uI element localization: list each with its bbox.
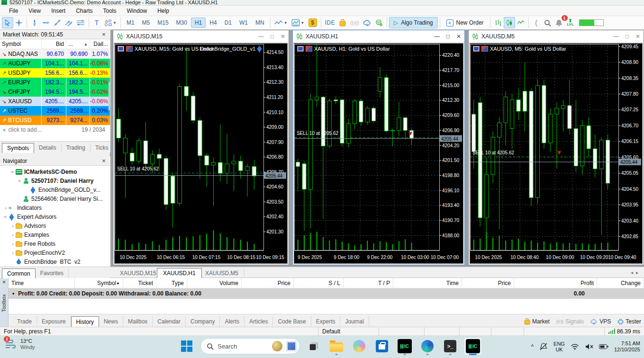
tab-symbols[interactable]: Symbols	[2, 143, 34, 153]
toolbox-tab-company[interactable]: Company	[186, 316, 220, 327]
chart-window-h1[interactable]: XAUUSD,H1 —□✕ XAUUSD, H1: Gold vs US Dol…	[292, 30, 465, 265]
oneclick-trading-icon[interactable]	[118, 46, 124, 52]
tab-trading[interactable]: Trading	[62, 143, 91, 152]
chart-type-line-button[interactable]: ▼	[272, 17, 290, 28]
maximize-button[interactable]: □	[446, 33, 450, 40]
cursor-tool-button[interactable]	[2, 17, 13, 28]
chevron-expanded-icon[interactable]: ›	[17, 178, 23, 184]
chevron-expanded-icon[interactable]: ›	[3, 214, 9, 220]
minimize-button[interactable]: —	[258, 33, 264, 40]
volume-muted-icon[interactable]	[585, 343, 593, 350]
toolbox-column-ticket[interactable]: Ticket	[123, 278, 156, 288]
market-store-button[interactable]	[337, 17, 348, 28]
channel-tool-button[interactable]	[63, 17, 74, 28]
toolbox-tab-experts[interactable]: Experts	[311, 316, 341, 327]
minimize-button[interactable]: —	[613, 33, 619, 40]
market-watch-row[interactable]: ↗USDJPY156.6...156.6...-0.13%	[0, 68, 110, 78]
timeframe-w1[interactable]: W1	[236, 18, 252, 28]
tree-item[interactable]: ›ProjectEnochV2	[1, 248, 110, 257]
line-chart-button[interactable]	[515, 17, 526, 28]
search-button[interactable]	[542, 17, 553, 28]
bars-chart-button[interactable]	[492, 17, 504, 28]
chevron-collapsed-icon[interactable]: ›	[3, 205, 9, 211]
oneclick-trading-icon[interactable]	[473, 46, 480, 52]
market-watch-row[interactable]: ↗BTCUSD9273...9274...0.03%	[0, 116, 110, 125]
start-button[interactable]	[178, 337, 196, 355]
weather-widget[interactable]: 2 13°CWindy	[5, 338, 35, 350]
chart-shift-icon[interactable]	[126, 46, 133, 52]
chevron-collapsed-icon[interactable]: ›	[10, 250, 16, 256]
chart-window-m5[interactable]: XAUUSD,M5 —□✕ XAUUSD, M5: Gold vs US Dol…	[468, 30, 644, 265]
timeframe-m30[interactable]: M30	[172, 18, 191, 28]
chevron-expanded-icon[interactable]: ›	[10, 169, 16, 175]
close-button[interactable]: ✕	[456, 33, 461, 40]
wifi-icon[interactable]	[571, 343, 579, 350]
menu-charts[interactable]: Charts	[71, 6, 98, 16]
toolbox-tab-mailbox[interactable]: Mailbox	[123, 316, 153, 327]
candles-chart-button[interactable]	[504, 17, 515, 28]
close-icon[interactable]: ×	[100, 157, 108, 164]
language-indicator[interactable]: ENGUK	[553, 341, 565, 352]
text-tool-button[interactable]: T	[91, 17, 102, 28]
search-promo-box-icon[interactable]	[286, 341, 297, 351]
tab-scroll-arrows[interactable]: ◂▸	[631, 270, 641, 275]
ide-button[interactable]: IDE	[323, 17, 337, 28]
vps-button[interactable]	[361, 17, 373, 28]
copilot-button[interactable]	[350, 337, 368, 355]
menu-file[interactable]: File	[4, 6, 23, 16]
tab-favorites[interactable]: Favorites	[36, 268, 69, 278]
timeframe-mn[interactable]: MN	[252, 18, 268, 28]
task-view-button[interactable]	[305, 337, 323, 355]
do-not-disturb-bell-icon[interactable]	[539, 342, 548, 351]
tab-common[interactable]: Common	[2, 268, 36, 278]
minimize-button[interactable]: —	[434, 33, 440, 40]
menu-view[interactable]: View	[23, 6, 46, 16]
chart-shift-icon[interactable]	[481, 46, 488, 52]
market-watch-row[interactable]: ↗AUDJPY104.1...104.1...-0.06%	[0, 59, 110, 68]
terminal-button[interactable]: >_	[441, 337, 459, 355]
tester-button[interactable]	[373, 17, 385, 28]
hidden-icons-button[interactable]: ^	[531, 343, 534, 350]
crosshair-tool-button[interactable]	[13, 17, 25, 28]
market-button[interactable]: Market	[524, 318, 550, 325]
chart-plot[interactable]: SELL 10 at 4205.624220.404217.704215.004…	[294, 44, 463, 263]
tree-item[interactable]: ›Advisors	[1, 221, 110, 230]
toolbox-tab-history[interactable]: History	[71, 316, 99, 327]
chevron-collapsed-icon[interactable]: ›	[10, 223, 16, 229]
tab-details[interactable]: Details	[34, 143, 62, 152]
toolbox-tab-code-base[interactable]: Code Base	[273, 316, 311, 327]
menu-window[interactable]: Window	[122, 6, 153, 16]
algo-trading-button[interactable]: ▷ Algo Trading	[389, 17, 438, 28]
edge-button[interactable]	[418, 337, 436, 355]
microsoft-store-button[interactable]	[373, 337, 391, 355]
chart-window-titlebar[interactable]: XAUUSD,M5 —□✕	[469, 30, 644, 43]
tree-item[interactable]: ›Free Robots	[1, 239, 110, 248]
tree-item[interactable]: EnochBridge_BTC_v2	[1, 257, 110, 264]
toolbox-tab-articles[interactable]: Articles	[245, 316, 273, 327]
battery-icon[interactable]	[599, 344, 608, 349]
status-profile[interactable]: Default	[318, 327, 379, 335]
chart-window-titlebar[interactable]: XAUUSD,H1 —□✕	[293, 30, 464, 43]
menu-insert[interactable]: Insert	[46, 6, 71, 16]
scrollbar-thumb[interactable]	[109, 82, 110, 110]
horizontal-line-tool-button[interactable]	[40, 17, 52, 28]
toolbox-column-type[interactable]: Type	[156, 278, 187, 288]
maximize-button[interactable]: □	[271, 33, 274, 40]
toolbox-column-s-l[interactable]: S / L	[294, 278, 344, 288]
tree-item[interactable]: ›52507107: Daniel Harry	[1, 176, 110, 185]
new-order-button[interactable]: + New Order	[442, 17, 488, 28]
market-watch-add-row[interactable]: + click to add... 19 / 2034	[0, 125, 110, 134]
market-watch-row[interactable]: ↗USTEC2569...2569...0.20%	[0, 106, 110, 116]
toolbox-tab-news[interactable]: News	[99, 316, 123, 327]
toolbox-column-time[interactable]: Time	[393, 278, 462, 288]
vps-button[interactable]: VPS	[590, 318, 611, 325]
timeframe-m15[interactable]: M15	[154, 18, 172, 28]
chart-plot[interactable]: SELL 10 at 4205.624209.454208.904208.354…	[470, 44, 642, 263]
ic-markets-global-button[interactable]: IC	[464, 337, 482, 355]
toolbox-tab-trade[interactable]: Trade	[12, 316, 37, 327]
column-daily[interactable]: Dail...	[90, 39, 110, 49]
chevron-collapsed-icon[interactable]: ›	[10, 241, 16, 247]
toolbox-column-profit[interactable]: Profit	[514, 278, 597, 288]
toolbox-tab-alerts[interactable]: Alerts	[220, 316, 245, 327]
chart-tab-xauusd-m5[interactable]: XAUUSD,M5	[200, 268, 245, 278]
